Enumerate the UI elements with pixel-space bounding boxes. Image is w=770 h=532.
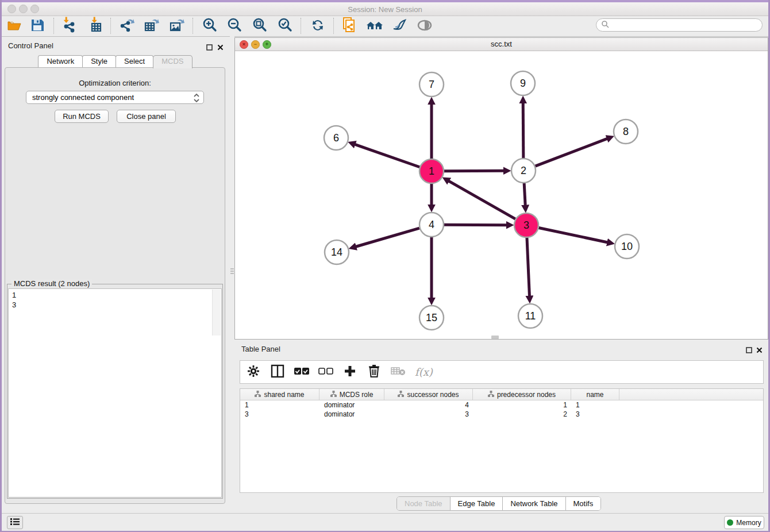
refresh-icon bbox=[310, 17, 326, 36]
zoom-in-icon bbox=[202, 17, 218, 36]
mcds-result-scrollbar[interactable] bbox=[212, 290, 221, 336]
eye-icon bbox=[416, 17, 433, 36]
edge-3-1[interactable] bbox=[449, 181, 515, 219]
graph-node-label-1: 1 bbox=[429, 165, 434, 177]
export-image-button[interactable] bbox=[167, 18, 186, 35]
function-builder-button: f(x) bbox=[415, 366, 433, 378]
save-disk-icon bbox=[30, 18, 45, 35]
zoom-selected-button[interactable] bbox=[275, 18, 295, 35]
edge-3-11[interactable] bbox=[527, 238, 530, 296]
table-panel-close-button[interactable] bbox=[756, 345, 763, 356]
houses-icon bbox=[365, 17, 384, 36]
export-table-icon bbox=[143, 17, 160, 36]
edge-2-3[interactable] bbox=[524, 183, 525, 206]
column-type-icon bbox=[330, 391, 337, 399]
column-header-label: predecessor nodes bbox=[497, 391, 556, 399]
table-cell: 3 bbox=[384, 410, 473, 419]
import-table-button[interactable] bbox=[86, 18, 106, 35]
save-session-button[interactable] bbox=[28, 18, 47, 35]
graph-node-label-6: 6 bbox=[333, 132, 339, 144]
columns-icon bbox=[271, 364, 284, 380]
edge-4-3[interactable] bbox=[444, 225, 507, 225]
tab-mcds[interactable]: MCDS bbox=[153, 55, 192, 68]
run-mcds-button[interactable]: Run MCDS bbox=[55, 110, 109, 123]
table-panel-float-button[interactable] bbox=[746, 345, 752, 356]
table-cell: 4 bbox=[384, 400, 473, 410]
table-cell: 3 bbox=[240, 410, 319, 419]
zoom-fit-button[interactable] bbox=[250, 18, 270, 35]
clone-network-button[interactable] bbox=[340, 18, 359, 35]
title-bar: Session: New Session bbox=[2, 2, 768, 16]
table-cell: dominator bbox=[319, 410, 384, 419]
tab-motifs[interactable]: Motifs bbox=[566, 497, 601, 510]
column-header-label: name bbox=[586, 391, 603, 399]
zoom-out-button[interactable] bbox=[225, 18, 244, 35]
column-header-shared-name[interactable]: shared name bbox=[240, 389, 319, 400]
task-history-button[interactable] bbox=[7, 516, 23, 529]
table-cell: 2 bbox=[473, 410, 571, 419]
chevron-up-down-icon bbox=[193, 93, 200, 105]
tab-network[interactable]: Network bbox=[38, 55, 83, 67]
table-cell: 1 bbox=[473, 400, 571, 410]
network-overview-button[interactable] bbox=[365, 18, 384, 35]
edge-1-6[interactable] bbox=[355, 144, 419, 167]
list-icon bbox=[10, 518, 20, 528]
import-table-icon bbox=[87, 17, 105, 36]
mcds-result-line: 1 bbox=[12, 290, 221, 300]
export-table-button[interactable] bbox=[141, 18, 161, 35]
graph-node-label-10: 10 bbox=[621, 241, 633, 252]
mcds-result-line: 3 bbox=[12, 300, 221, 310]
mcds-result-text[interactable]: 13 bbox=[8, 288, 222, 498]
open-file-button[interactable] bbox=[5, 18, 24, 35]
search-box[interactable] bbox=[596, 18, 763, 32]
network-canvas[interactable]: 1234678910111415 bbox=[236, 51, 768, 339]
tab-edge-table[interactable]: Edge Table bbox=[451, 497, 503, 510]
table-row[interactable]: 1dominator411 bbox=[240, 400, 763, 410]
hide-panel-button[interactable] bbox=[415, 18, 434, 35]
deselect-all-rows-button[interactable] bbox=[318, 365, 333, 380]
select-all-rows-button[interactable] bbox=[294, 365, 309, 380]
network-resize-grip[interactable] bbox=[491, 336, 499, 339]
column-header-name[interactable]: name bbox=[571, 389, 619, 400]
edge-1-2[interactable] bbox=[444, 171, 504, 171]
trash-icon bbox=[368, 364, 380, 380]
delete-column-button[interactable] bbox=[367, 365, 382, 380]
column-header-MCDS-role[interactable]: MCDS role bbox=[319, 389, 384, 400]
column-header-successor-nodes[interactable]: successor nodes bbox=[384, 389, 473, 400]
criterion-select-value: strongly connected component bbox=[32, 93, 134, 102]
table-settings-button[interactable] bbox=[246, 365, 261, 380]
close-panel-button[interactable]: Close panel bbox=[117, 110, 176, 123]
apply-style-button[interactable] bbox=[390, 18, 409, 35]
window-title: Session: New Session bbox=[2, 5, 768, 14]
vertical-splitter[interactable] bbox=[230, 36, 234, 513]
refresh-button[interactable] bbox=[308, 18, 328, 35]
graph-node-label-4: 4 bbox=[429, 219, 434, 230]
edge-2-9[interactable] bbox=[523, 103, 523, 158]
control-panel-float-button[interactable] bbox=[206, 43, 213, 53]
control-panel-close-button[interactable] bbox=[217, 43, 224, 53]
memory-button[interactable]: Memory bbox=[724, 516, 764, 529]
zoom-selected-icon bbox=[277, 17, 293, 36]
edge-2-8[interactable] bbox=[536, 138, 608, 166]
node-table[interactable]: shared nameMCDS rolesuccessor nodesprede… bbox=[240, 388, 764, 493]
table-panel-title: Table Panel bbox=[241, 345, 280, 353]
column-header-predecessor-nodes[interactable]: predecessor nodes bbox=[473, 389, 571, 400]
show-columns-button[interactable] bbox=[270, 365, 285, 380]
tab-network-table[interactable]: Network Table bbox=[503, 497, 565, 510]
tab-style[interactable]: Style bbox=[82, 55, 116, 67]
tab-select[interactable]: Select bbox=[116, 55, 153, 67]
network-graph[interactable]: 1234678910111415 bbox=[236, 51, 768, 339]
table-row[interactable]: 3dominator323 bbox=[240, 410, 763, 419]
criterion-select[interactable]: strongly connected component bbox=[26, 91, 204, 104]
column-header-label: successor nodes bbox=[407, 391, 459, 399]
splitter-grip[interactable] bbox=[230, 267, 234, 275]
table-panel-tabs: Node TableEdge TableNetwork TableMotifs bbox=[396, 496, 601, 511]
export-network-button[interactable] bbox=[117, 18, 136, 35]
zoom-in-button[interactable] bbox=[200, 18, 220, 35]
edge-3-10[interactable] bbox=[539, 228, 608, 242]
edge-4-14[interactable] bbox=[356, 228, 419, 246]
network-window-title: scc.txt bbox=[235, 40, 768, 48]
tab-node-table[interactable]: Node Table bbox=[397, 497, 451, 510]
add-column-button[interactable] bbox=[342, 365, 357, 380]
import-network-button[interactable] bbox=[59, 18, 79, 35]
